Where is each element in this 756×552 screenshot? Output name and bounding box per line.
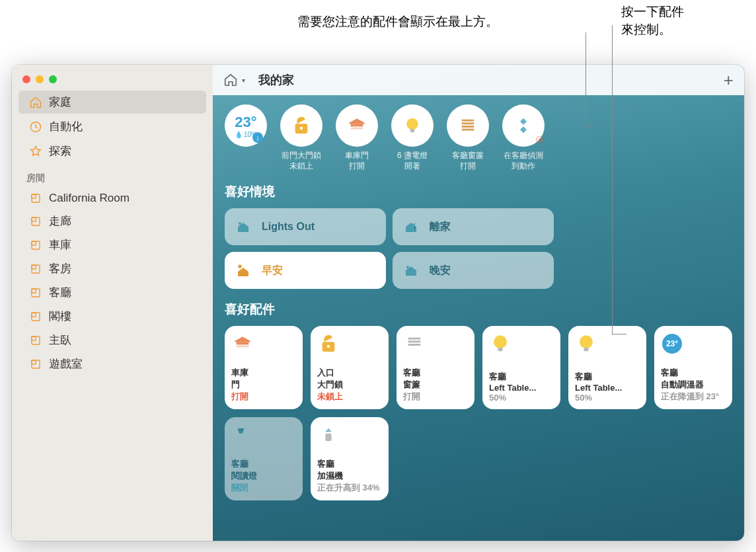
room-icon (29, 358, 42, 371)
status-chip[interactable]: 6 盞電燈開著 (391, 104, 434, 171)
svg-rect-36 (408, 341, 421, 343)
accessory-tile[interactable]: 客廳 Left Table... 50% (482, 326, 560, 409)
moon-house-icon (402, 261, 420, 280)
tile-name: 大門鎖 (317, 379, 382, 391)
accessory-tile[interactable]: 車庫 門 打開 (225, 326, 303, 409)
tile-state: 50% (489, 393, 554, 403)
tile-room: 客廳 (403, 367, 468, 379)
svg-rect-20 (351, 128, 363, 130)
accessory-tile[interactable]: 客廳 窗簾 打開 (397, 326, 474, 409)
tile-name: 加濕機 (317, 470, 382, 482)
status-row: 23° 💧 10% ↓ 前門大門鎖未鎖上車庫門打開6 盞電燈開著客廳窗簾打開⦾在… (225, 104, 732, 171)
tile-room: 入口 (317, 367, 382, 379)
svg-rect-19 (351, 124, 363, 126)
tile-room: 客廳 (661, 367, 726, 379)
humidifier-icon (317, 424, 340, 446)
status-label: 車庫門打開 (345, 151, 369, 171)
sidebar-room-item[interactable]: 遊戲室 (19, 352, 206, 375)
climate-circle: 23° 💧 10% ↓ (225, 104, 267, 147)
zoom-window-button[interactable] (49, 75, 57, 83)
svg-point-40 (580, 335, 593, 348)
sidebar-item-home[interactable]: 家庭 (19, 91, 206, 114)
room-label: 車庫 (49, 237, 71, 253)
scene-button[interactable]: 晚安 (393, 252, 554, 289)
sidebar-room-item[interactable]: 走廊 (19, 210, 206, 233)
sidebar-item-automation[interactable]: 自動化 (19, 115, 206, 138)
close-window-button[interactable] (22, 75, 30, 83)
scene-label: Lights Out (262, 221, 315, 233)
svg-rect-26 (462, 129, 474, 131)
status-chip[interactable]: 前門大門鎖未鎖上 (280, 104, 322, 171)
room-icon (29, 262, 42, 276)
home-selector[interactable]: ▾ (223, 73, 245, 87)
svg-rect-6 (32, 241, 36, 245)
sidebar-room-item[interactable]: 閣樓 (19, 305, 206, 328)
callout-line (612, 334, 626, 335)
sidebar: 家庭 自動化 探索 房間 California Room走廊車庫客房客廳閣樓主臥… (12, 65, 213, 541)
sidebar-room-item[interactable]: California Room (19, 188, 206, 209)
room-label: 客廳 (49, 285, 71, 300)
status-label: 6 盞電燈開著 (397, 151, 428, 171)
svg-rect-10 (32, 289, 36, 293)
bulb-on-icon (489, 333, 511, 355)
add-button[interactable]: + (724, 70, 734, 91)
blinds-icon (403, 333, 426, 355)
rooms-list: California Room走廊車庫客房客廳閣樓主臥遊戲室 (12, 187, 213, 376)
scene-button[interactable]: 早安 (225, 252, 386, 289)
status-circle (336, 104, 378, 147)
lamp-icon (231, 424, 254, 446)
accessory-tile[interactable]: 23° 客廳 自動調溫器 正在降溫到 23° (654, 326, 732, 409)
arrow-down-icon: ↓ (252, 132, 263, 143)
scenes-grid: Lights Out離家早安晚安 (225, 208, 732, 289)
svg-point-29 (239, 265, 242, 268)
room-label: 遊戲室 (49, 356, 83, 372)
svg-rect-25 (462, 126, 474, 128)
svg-rect-39 (498, 348, 502, 352)
garage-icon (231, 333, 254, 355)
svg-rect-24 (462, 122, 474, 124)
svg-rect-8 (32, 265, 36, 269)
tile-state: 關閉 (231, 482, 296, 494)
sidebar-room-item[interactable]: 客房 (19, 257, 206, 280)
scene-label: 晚安 (430, 264, 451, 278)
sidebar-item-label: 家庭 (49, 95, 71, 110)
sidebar-room-item[interactable]: 主臥 (19, 329, 206, 352)
scene-button[interactable]: 離家 (393, 208, 554, 245)
clock-icon (29, 120, 42, 134)
status-circle (391, 104, 434, 147)
tile-room: 車庫 (231, 367, 296, 379)
accessory-tile[interactable]: 客廳 Left Table... 50% (568, 326, 646, 409)
tile-room: 客廳 (489, 371, 554, 383)
svg-point-34 (327, 345, 330, 348)
callout-attention-text: 需要您注意的配件會顯示在最上方。 (297, 15, 498, 28)
main-content: ▾ 我的家 + 23° 💧 10% ↓ 前門大門鎖未鎖上車庫門打開6 (213, 65, 744, 541)
status-chip[interactable]: 客廳窗簾打開 (447, 104, 489, 171)
sidebar-item-discover[interactable]: 探索 (19, 139, 206, 163)
svg-rect-22 (410, 129, 414, 132)
accessory-tile[interactable]: 客廳 加濕機 正在升高到 34% (311, 417, 389, 500)
room-icon (29, 215, 42, 228)
svg-point-30 (406, 266, 409, 268)
room-icon (29, 286, 42, 299)
room-label: 閣樓 (49, 309, 71, 324)
scene-label: 離家 (430, 220, 451, 234)
sidebar-room-item[interactable]: 客廳 (19, 281, 206, 304)
climate-temp: 23° (235, 114, 256, 131)
minimize-window-button[interactable] (36, 75, 44, 83)
tile-state: 打開 (231, 391, 296, 403)
callout-click-line2: 來控制。 (621, 21, 684, 39)
unlock-icon (317, 333, 340, 355)
room-label: 客房 (49, 261, 71, 276)
status-chip[interactable]: 車庫門打開 (336, 104, 378, 171)
sidebar-room-item[interactable]: 車庫 (19, 233, 206, 256)
scene-button[interactable]: Lights Out (225, 208, 386, 245)
tile-state: 正在降溫到 23° (661, 391, 726, 403)
status-chip[interactable]: ⦾在客廳偵測到動作 (502, 104, 545, 171)
moon-house-icon (234, 217, 252, 236)
app-window: 家庭 自動化 探索 房間 California Room走廊車庫客房客廳閣樓主臥… (12, 65, 744, 541)
climate-chip[interactable]: 23° 💧 10% ↓ (225, 104, 267, 171)
room-icon (29, 310, 42, 323)
status-circle (447, 104, 489, 147)
accessory-tile[interactable]: 客廳 閱讀燈 關閉 (225, 417, 303, 500)
accessory-tile[interactable]: 入口 大門鎖 未鎖上 (311, 326, 389, 409)
